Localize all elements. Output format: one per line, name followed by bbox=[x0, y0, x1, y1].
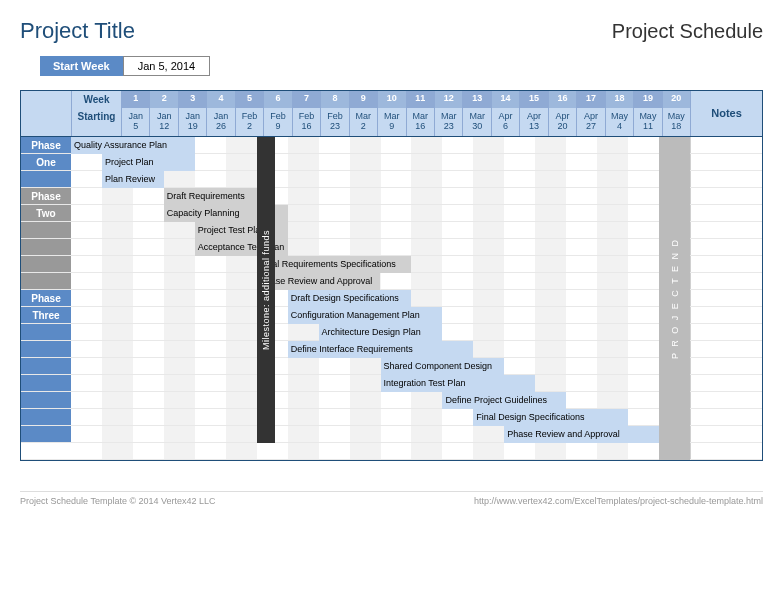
notes-cell[interactable] bbox=[690, 273, 762, 289]
week-number: 16 bbox=[548, 91, 576, 108]
gantt-row: OneProject Plan bbox=[21, 154, 762, 171]
week-number: 18 bbox=[605, 91, 633, 108]
task-bar[interactable]: Phase Review and Approval bbox=[257, 273, 381, 290]
notes-cell[interactable] bbox=[690, 290, 762, 306]
week-number: 2 bbox=[149, 91, 177, 108]
week-number: 6 bbox=[263, 91, 291, 108]
phase-label bbox=[21, 256, 71, 272]
phase-label bbox=[21, 273, 71, 289]
notes-cell[interactable] bbox=[690, 188, 762, 204]
task-bar[interactable]: Project Plan bbox=[102, 154, 195, 171]
chart-body: PhaseQuality Assurance PlanOneProject Pl… bbox=[21, 137, 762, 460]
week-number: 19 bbox=[633, 91, 661, 108]
week-number: 1 bbox=[121, 91, 149, 108]
task-bar[interactable]: Acceptance Test Plan bbox=[195, 239, 288, 256]
phase-label bbox=[21, 375, 71, 391]
week-date: May11 bbox=[633, 108, 661, 136]
gantt-row: Final Design Specifications bbox=[21, 409, 762, 426]
footer: Project Schedule Template © 2014 Vertex4… bbox=[20, 491, 763, 506]
notes-cell[interactable] bbox=[690, 239, 762, 255]
phase-label: Three bbox=[21, 307, 71, 323]
phase-label bbox=[21, 341, 71, 357]
notes-cell[interactable] bbox=[690, 205, 762, 221]
gantt-row: Integration Test Plan bbox=[21, 375, 762, 392]
page-title: Project Title bbox=[20, 18, 135, 44]
notes-cell[interactable] bbox=[690, 324, 762, 340]
phase-label bbox=[21, 358, 71, 374]
start-week-control: Start Week Jan 5, 2014 bbox=[40, 56, 763, 76]
gantt-row: Define Project Guidelines bbox=[21, 392, 762, 409]
task-bar[interactable]: Shared Component Design bbox=[381, 358, 505, 375]
gantt-row: PhaseQuality Assurance Plan bbox=[21, 137, 762, 154]
phase-label bbox=[21, 392, 71, 408]
gantt-row bbox=[21, 443, 762, 460]
week-date: Jan26 bbox=[206, 108, 234, 136]
page-subtitle: Project Schedule bbox=[612, 20, 763, 43]
task-bar[interactable]: Define Project Guidelines bbox=[442, 392, 566, 409]
task-bar[interactable]: Integration Test Plan bbox=[381, 375, 536, 392]
week-date: Feb9 bbox=[263, 108, 291, 136]
task-bar[interactable]: Draft Design Specifications bbox=[288, 290, 412, 307]
notes-cell[interactable] bbox=[690, 137, 762, 153]
start-week-value[interactable]: Jan 5, 2014 bbox=[123, 56, 211, 76]
notes-cell[interactable] bbox=[690, 171, 762, 187]
notes-cell[interactable] bbox=[690, 426, 762, 442]
notes-cell[interactable] bbox=[690, 409, 762, 425]
phase-label: Phase bbox=[21, 290, 71, 306]
week-number: 15 bbox=[519, 91, 547, 108]
phase-label bbox=[21, 171, 71, 187]
gantt-row: Architecture Design Plan bbox=[21, 324, 762, 341]
gantt-row: Project Test Plan bbox=[21, 222, 762, 239]
phase-label bbox=[21, 426, 71, 442]
task-bar[interactable]: Quality Assurance Plan bbox=[71, 137, 195, 154]
task-bar[interactable]: Final Requirements Specifications bbox=[257, 256, 412, 273]
gantt-chart: Week1234567891011121314151617181920 Star… bbox=[20, 90, 763, 461]
task-bar[interactable]: Project Test Plan bbox=[195, 222, 288, 239]
task-bar[interactable]: Configuration Management Plan bbox=[288, 307, 443, 324]
week-number: 7 bbox=[292, 91, 320, 108]
task-bar[interactable]: Draft Requirements bbox=[164, 188, 257, 205]
week-date: Jan19 bbox=[178, 108, 206, 136]
notes-header: Notes bbox=[690, 91, 762, 136]
week-number: 4 bbox=[206, 91, 234, 108]
phase-label bbox=[21, 324, 71, 340]
gantt-row: Phase Review and Approval bbox=[21, 426, 762, 443]
week-date: Apr13 bbox=[519, 108, 547, 136]
week-number: 10 bbox=[377, 91, 405, 108]
gantt-row: Plan Review bbox=[21, 171, 762, 188]
phase-label: One bbox=[21, 154, 71, 170]
week-number: 5 bbox=[235, 91, 263, 108]
week-number: 8 bbox=[320, 91, 348, 108]
notes-cell[interactable] bbox=[690, 358, 762, 374]
chart-header: Week1234567891011121314151617181920 Star… bbox=[21, 91, 762, 137]
start-week-label: Start Week bbox=[40, 56, 123, 76]
task-bar[interactable]: Phase Review and Approval bbox=[504, 426, 659, 443]
task-bar[interactable]: Define Interface Requirements bbox=[288, 341, 474, 358]
notes-cell[interactable] bbox=[690, 154, 762, 170]
notes-cell[interactable] bbox=[690, 307, 762, 323]
phase-label: Phase bbox=[21, 137, 71, 153]
week-number: 11 bbox=[406, 91, 434, 108]
phase-label: Phase bbox=[21, 188, 71, 204]
gantt-row: PhaseDraft Design Specifications bbox=[21, 290, 762, 307]
notes-cell[interactable] bbox=[690, 341, 762, 357]
task-bar[interactable]: Capacity Planning bbox=[164, 205, 288, 222]
phase-label: Two bbox=[21, 205, 71, 221]
notes-cell[interactable] bbox=[690, 392, 762, 408]
notes-cell[interactable] bbox=[690, 375, 762, 391]
week-number: 14 bbox=[491, 91, 519, 108]
task-bar[interactable]: Final Design Specifications bbox=[473, 409, 628, 426]
week-number: 13 bbox=[462, 91, 490, 108]
phase-label bbox=[21, 239, 71, 255]
task-bar[interactable]: Architecture Design Plan bbox=[319, 324, 443, 341]
notes-cell[interactable] bbox=[690, 222, 762, 238]
week-date: Mar9 bbox=[377, 108, 405, 136]
week-number: 12 bbox=[434, 91, 462, 108]
week-number: 17 bbox=[576, 91, 604, 108]
footer-copyright: Project Schedule Template © 2014 Vertex4… bbox=[20, 496, 216, 506]
task-bar[interactable]: Plan Review bbox=[102, 171, 164, 188]
week-date: Feb23 bbox=[320, 108, 348, 136]
notes-cell[interactable] bbox=[690, 256, 762, 272]
week-date: Apr27 bbox=[576, 108, 604, 136]
gantt-row: Define Interface Requirements bbox=[21, 341, 762, 358]
